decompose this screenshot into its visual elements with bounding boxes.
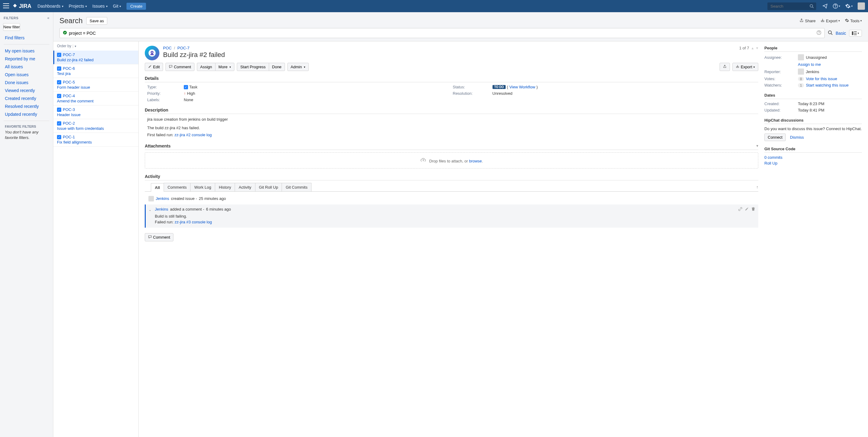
task-type-icon: ✓ xyxy=(57,94,61,98)
svg-rect-15 xyxy=(854,34,857,35)
start-progress-button[interactable]: Start Progress xyxy=(237,63,269,71)
feedback-icon[interactable] xyxy=(822,3,828,9)
description-header[interactable]: Description xyxy=(145,107,758,114)
done-button[interactable]: Done xyxy=(269,63,285,71)
view-toggle[interactable]: ▾ xyxy=(849,30,862,37)
filter-resolved[interactable]: Resolved recently xyxy=(0,102,53,110)
basic-mode-link[interactable]: Basic xyxy=(836,31,846,36)
permalink-icon[interactable] xyxy=(738,207,742,225)
paginate-up[interactable]: ▴ xyxy=(751,46,754,50)
watch-link[interactable]: Start watching this issue xyxy=(806,83,848,88)
tab-activity[interactable]: Activity xyxy=(235,183,255,191)
search-icon[interactable] xyxy=(809,4,814,9)
tab-git-commits[interactable]: Git Commits xyxy=(282,183,311,191)
filter-all[interactable]: All issues xyxy=(0,63,53,71)
tab-comments[interactable]: Comments xyxy=(164,183,191,191)
activity-header[interactable]: Activity xyxy=(145,174,758,180)
delete-comment-icon[interactable] xyxy=(751,207,755,225)
comment-collapse-icon[interactable]: ⌄ xyxy=(149,208,151,225)
list-item[interactable]: ✓POC-2Issue with form credentials xyxy=(53,119,138,133)
filter-viewed[interactable]: Viewed recently xyxy=(0,87,53,94)
nav-git[interactable]: Git▾ xyxy=(113,4,121,8)
user-avatar[interactable] xyxy=(858,2,865,10)
tab-git-rollup[interactable]: Git Roll Up xyxy=(255,183,282,191)
attachment-dropzone[interactable]: Drop files to attach, or browse. xyxy=(145,152,758,168)
open-issue-button[interactable] xyxy=(720,63,730,71)
global-search-input[interactable] xyxy=(768,2,816,10)
svg-rect-0 xyxy=(3,3,9,4)
filter-done[interactable]: Done issues xyxy=(0,79,53,87)
chevron-down-icon[interactable]: ▾ xyxy=(756,144,758,148)
watchers-label: Watchers: xyxy=(764,83,798,88)
reporter-value: Jenkins xyxy=(806,69,819,74)
settings-icon[interactable]: ▾ xyxy=(845,3,853,9)
more-button[interactable]: More▾ xyxy=(215,63,235,71)
new-filter-button[interactable]: New filter xyxy=(3,23,20,31)
git-header[interactable]: Git Source Code xyxy=(764,147,862,153)
export-button[interactable]: Export ▾ xyxy=(820,18,840,24)
comment-author[interactable]: Jenkins xyxy=(155,207,168,212)
details-header[interactable]: Details xyxy=(145,76,758,82)
task-type-icon: ✓ xyxy=(57,66,61,71)
filter-created[interactable]: Created recently xyxy=(0,94,53,102)
tab-all[interactable]: All xyxy=(151,183,164,192)
list-item[interactable]: ✓POC-4Amend the comment xyxy=(53,92,138,105)
hipchat-dismiss-link[interactable]: Dismiss xyxy=(790,135,804,139)
edit-button[interactable]: Edit xyxy=(145,63,163,71)
git-rollup-link[interactable]: Roll Up xyxy=(764,161,862,165)
jql-input[interactable] xyxy=(69,31,816,36)
filter-updated[interactable]: Updated recently xyxy=(0,110,53,118)
assign-button[interactable]: Assign xyxy=(197,63,215,71)
detail-export-button[interactable]: Export ▾ xyxy=(733,63,758,71)
comment-button[interactable]: Comment xyxy=(165,63,194,71)
list-item[interactable]: ✓POC-6Test jira xyxy=(53,64,138,78)
tab-history[interactable]: History xyxy=(215,183,235,191)
git-commits-link[interactable]: 0 commits xyxy=(764,155,862,160)
browse-link[interactable]: browse xyxy=(469,159,482,163)
assign-to-me-link[interactable]: Assign to me xyxy=(798,62,821,67)
filter-open[interactable]: Open issues xyxy=(0,71,53,79)
edit-comment-icon[interactable] xyxy=(745,207,749,225)
order-by-dropdown[interactable]: Order by | ▾ xyxy=(53,41,138,51)
collapse-icon[interactable]: « xyxy=(47,16,50,20)
nav-dashboards[interactable]: Dashboards▾ xyxy=(37,4,63,8)
issue-key-text: POC-2 xyxy=(63,121,75,126)
breadcrumb-key[interactable]: POC-7 xyxy=(177,46,190,50)
list-item[interactable]: ✓POC-5Form header issue xyxy=(53,78,138,92)
add-comment-button[interactable]: Comment xyxy=(145,233,174,241)
save-as-button[interactable]: Save as xyxy=(86,17,107,25)
hipchat-connect-button[interactable]: Connect xyxy=(764,133,786,141)
breadcrumb-project[interactable]: POC xyxy=(163,46,172,50)
jql-search-icon[interactable] xyxy=(828,30,833,36)
filter-my-open[interactable]: My open issues xyxy=(0,47,53,55)
tab-worklog[interactable]: Work Log xyxy=(190,183,215,191)
attachments-header[interactable]: Attachments▾ xyxy=(145,144,758,150)
paginate-down[interactable]: ▾ xyxy=(756,46,758,50)
list-item[interactable]: ✓POC-7Build zz-jira #2 failed xyxy=(53,51,138,64)
jql-help-icon[interactable] xyxy=(816,30,822,36)
sort-arrow-icon[interactable]: ↑ xyxy=(756,185,758,189)
view-workflow-link[interactable]: View Workflow xyxy=(509,85,535,89)
filter-reported[interactable]: Reported by me xyxy=(0,55,53,63)
comment-console-link[interactable]: zz-jira #3 console log xyxy=(175,220,212,224)
share-button[interactable]: Share xyxy=(799,18,815,24)
people-header[interactable]: People xyxy=(764,46,862,52)
jira-logo[interactable]: JIRA xyxy=(12,3,31,9)
nav-projects[interactable]: Projects▾ xyxy=(69,4,87,8)
tools-button[interactable]: Tools ▾ xyxy=(845,18,862,24)
list-item[interactable]: ✓POC-1Fix field allignments xyxy=(53,133,138,147)
issue-summary-text: Build zz-jira #2 failed xyxy=(57,58,135,62)
help-icon[interactable]: ▾ xyxy=(833,3,840,9)
entry-author[interactable]: Jenkins xyxy=(156,196,169,201)
console-log-link[interactable]: zz-jira #2 console log xyxy=(175,132,212,137)
nav-issues[interactable]: Issues▾ xyxy=(92,4,107,8)
find-filters-link[interactable]: Find filters xyxy=(0,34,53,42)
votes-label: Votes: xyxy=(764,76,798,81)
admin-button[interactable]: Admin▾ xyxy=(287,63,309,71)
dates-header[interactable]: Dates xyxy=(764,93,862,99)
vote-link[interactable]: Vote for this issue xyxy=(806,76,837,81)
hipchat-header[interactable]: HipChat discussions xyxy=(764,118,862,124)
menu-icon[interactable] xyxy=(3,3,9,9)
create-button[interactable]: Create xyxy=(126,3,146,10)
list-item[interactable]: ✓POC-3Header Issue xyxy=(53,105,138,119)
